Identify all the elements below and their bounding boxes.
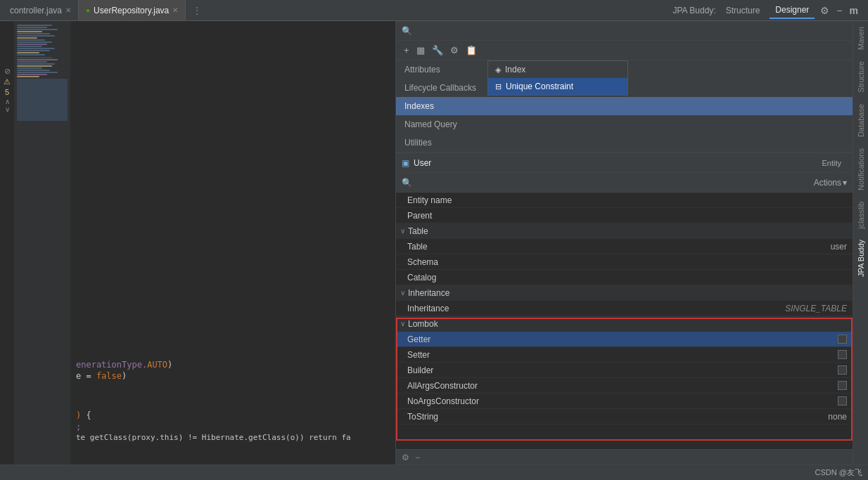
- section-lombok: ∨ Lombok: [396, 316, 853, 332]
- nav-indexes[interactable]: Indexes: [396, 97, 853, 115]
- minimize-icon[interactable]: −: [835, 4, 843, 18]
- prop-builder[interactable]: Builder: [396, 363, 853, 378]
- dropdown-unique-label: Unique Constraint: [506, 82, 573, 91]
- index-icon: ◈: [495, 65, 501, 74]
- side-tab-maven-label: Maven: [857, 27, 865, 50]
- status-bar: CSDN @友飞: [0, 465, 868, 480]
- builder-checkbox[interactable]: [838, 365, 847, 375]
- actions-button[interactable]: Actions ▾: [814, 178, 847, 188]
- dropdown-index-label: Index: [505, 65, 525, 74]
- prop-parent: Parent: [396, 208, 853, 223]
- tab-userrepo-close[interactable]: ✕: [172, 6, 178, 14]
- wrench-icon[interactable]: 🔧: [430, 44, 445, 57]
- settings-icon[interactable]: ⚙: [819, 4, 831, 18]
- all-args-checkbox[interactable]: [838, 381, 847, 390]
- warning-count: 5: [5, 88, 9, 96]
- jpa-buddy-label: JPA Buddy:: [672, 6, 715, 15]
- gear-small-icon[interactable]: ⚙: [448, 44, 461, 57]
- entity-type-label: Entity: [822, 159, 841, 167]
- dropdown-unique-constraint[interactable]: ⊟ Unique Constraint: [488, 78, 627, 95]
- tab-userrepo[interactable]: ● UserRepository.java ✕: [79, 0, 186, 20]
- rp-bottom-bar: ⚙ −: [396, 449, 853, 465]
- prop-no-args-label: NoArgsConstructor: [407, 396, 838, 406]
- side-tab-database[interactable]: Database: [855, 98, 867, 143]
- main-content: ⊘ ⚠ 5 ∧ ∨: [0, 21, 868, 465]
- section-table-label: Table: [408, 226, 847, 236]
- prop-tostring: ToString none: [396, 409, 853, 424]
- side-tabs: Maven Structure Database Notifications j…: [853, 21, 868, 465]
- prop-inheritance-value: SINGLE_TABLE: [785, 304, 847, 313]
- section-lombok-label: Lombok: [408, 319, 847, 329]
- warning-arrows[interactable]: ∧ ∨: [5, 98, 10, 113]
- csdn-label: CSDN @友飞: [815, 467, 862, 478]
- side-tab-jpa-buddy-label: JPA Buddy: [857, 240, 865, 277]
- code-line-4: ;: [76, 421, 390, 432]
- entity-search-icon: 🔍: [402, 178, 412, 188]
- nav-named-query[interactable]: Named Query: [396, 115, 853, 134]
- side-tab-jpa-buddy[interactable]: JPA Buddy: [855, 234, 867, 283]
- prop-parent-label: Parent: [407, 211, 847, 221]
- properties-list: Entity name Parent ∨ Table Table user Sc…: [396, 193, 853, 449]
- actions-chevron: ▾: [843, 178, 847, 188]
- prop-tostring-label: ToString: [407, 412, 828, 422]
- side-tab-structure[interactable]: Structure: [855, 56, 867, 98]
- side-tab-database-label: Database: [857, 104, 865, 137]
- tab-more-button[interactable]: ⋮: [189, 6, 205, 15]
- right-panel: 🔍 + ▦ 🔧 ⚙ 📋 Attributes Lifecycle Callbac…: [395, 21, 853, 465]
- code-line-5: te getClass(proxy.this) != Hibernate.get…: [76, 432, 390, 443]
- tab-userrepo-icon: ●: [86, 6, 90, 14]
- section-inheritance: ∨ Inheritance: [396, 285, 853, 301]
- bottom-minimize-icon[interactable]: −: [415, 453, 420, 462]
- prop-schema: Schema: [396, 254, 853, 270]
- prop-schema-label: Schema: [407, 257, 847, 267]
- indexes-dropdown: ◈ Index ⊟ Unique Constraint: [487, 60, 628, 96]
- warning-icon: ⚠: [4, 77, 11, 86]
- code-area: enerationType.AUTO) e = false) ) { ; te …: [70, 21, 395, 465]
- tab-controller[interactable]: controller.java ✕: [3, 0, 79, 20]
- unique-constraint-icon: ⊟: [495, 82, 502, 91]
- prop-catalog-label: Catalog: [407, 273, 847, 283]
- code-line-3: ) {: [76, 410, 390, 421]
- prop-setter[interactable]: Setter: [396, 347, 853, 363]
- prop-table-label: Table: [407, 242, 831, 252]
- setter-checkbox[interactable]: [838, 350, 847, 359]
- no-args-checkbox[interactable]: [838, 396, 847, 406]
- inheritance-section-arrow[interactable]: ∨: [400, 289, 405, 297]
- entity-db-icon: ▣: [402, 158, 409, 168]
- nav-utilities[interactable]: Utilities: [396, 134, 853, 152]
- prop-catalog: Catalog: [396, 270, 853, 285]
- add-icon[interactable]: +: [402, 44, 411, 57]
- search-icon: 🔍: [402, 26, 412, 36]
- lombok-section-arrow[interactable]: ∨: [400, 320, 405, 327]
- prop-table-value: user: [831, 242, 847, 252]
- rp-search-bar: 🔍: [396, 21, 853, 41]
- dropdown-index[interactable]: ◈ Index: [488, 61, 627, 78]
- calendar-icon[interactable]: 📋: [464, 44, 479, 57]
- warnings-bar: ⊘ ⚠ 5 ∧ ∨: [0, 21, 14, 465]
- code-line-2: e = false): [76, 370, 390, 382]
- prop-inheritance-label: Inheritance: [407, 304, 785, 313]
- prop-no-args[interactable]: NoArgsConstructor: [396, 394, 853, 409]
- entity-header: ▣ User Entity: [396, 153, 853, 173]
- prop-getter[interactable]: Getter: [396, 332, 853, 347]
- entity-search-bar: 🔍 Actions ▾: [396, 173, 853, 193]
- prop-all-args-label: AllArgsConstructor: [407, 381, 838, 391]
- side-tab-jclasslib[interactable]: jclasslib: [855, 196, 867, 235]
- table-section-arrow[interactable]: ∨: [400, 227, 405, 235]
- m-icon: m: [848, 4, 860, 18]
- tab-controller-label: controller.java: [10, 6, 62, 15]
- tab-controller-close[interactable]: ✕: [65, 6, 71, 14]
- bottom-settings-icon[interactable]: ⚙: [402, 453, 409, 462]
- tab-bar: controller.java ✕ ● UserRepository.java …: [0, 0, 868, 21]
- getter-checkbox[interactable]: [838, 335, 847, 344]
- side-tab-maven[interactable]: Maven: [855, 21, 867, 56]
- side-tab-notifications[interactable]: Notifications: [855, 143, 867, 196]
- side-tab-structure-label: Structure: [857, 61, 865, 93]
- entity-name-label: User: [414, 158, 822, 168]
- minimap: [14, 21, 70, 465]
- tab-designer[interactable]: Designer: [770, 2, 815, 19]
- table-icon[interactable]: ▦: [414, 44, 427, 57]
- tab-structure[interactable]: Structure: [720, 3, 766, 18]
- prop-entity-name-label: Entity name: [407, 195, 847, 205]
- prop-all-args[interactable]: AllArgsConstructor: [396, 378, 853, 394]
